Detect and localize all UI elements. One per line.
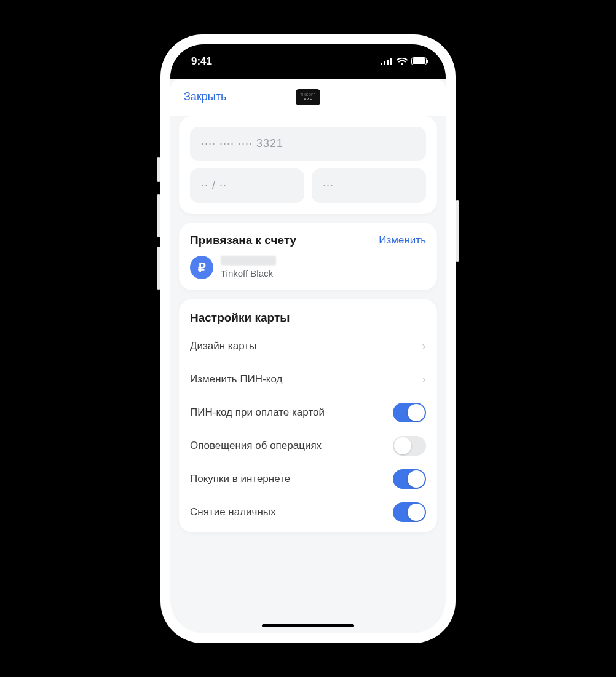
settings-row[interactable]: Оповещения об операциях [190, 429, 426, 462]
svg-rect-6 [413, 58, 425, 64]
account-product-name: Tinkoff Black [221, 268, 276, 279]
phone-frame: 9:41 Закрыть TINKOFF МИР [160, 34, 456, 643]
nav-bar: Закрыть TINKOFF МИР [170, 79, 446, 116]
side-button [157, 157, 160, 182]
card-expiry-field[interactable]: ·· / ·· [190, 168, 304, 203]
svg-rect-2 [387, 60, 389, 65]
svg-rect-7 [427, 60, 428, 63]
card-number-value: ···· ···· ···· 3321 [201, 137, 283, 150]
settings-row-label: Оповещения об операциях [190, 440, 322, 452]
chevron-right-icon: › [422, 339, 426, 353]
wifi-icon [397, 58, 408, 65]
linked-account-title: Привязана к счету [190, 234, 296, 247]
ruble-icon: ₽ [190, 256, 213, 279]
cellular-icon [381, 58, 393, 65]
toggle-knob [408, 470, 425, 488]
toggle[interactable] [393, 436, 426, 456]
notch [247, 44, 369, 66]
account-row[interactable]: ₽ Tinkoff Black [190, 256, 426, 279]
toggle[interactable] [393, 502, 426, 522]
toggle[interactable] [393, 469, 426, 489]
screen: 9:41 Закрыть TINKOFF МИР [170, 44, 446, 633]
toggle-knob [408, 504, 425, 521]
svg-point-4 [401, 63, 403, 65]
card-cvc-field[interactable]: ··· [312, 168, 426, 203]
side-button [456, 200, 459, 262]
chevron-right-icon: › [422, 372, 426, 386]
settings-row[interactable]: Дизайн карты› [190, 330, 426, 363]
card-thumbnail[interactable]: TINKOFF МИР [296, 89, 320, 105]
linked-account-block: Привязана к счету Изменить ₽ Tinkoff Bla… [179, 223, 437, 290]
side-button [157, 194, 160, 237]
svg-rect-3 [390, 58, 392, 65]
settings-row-label: Снятие наличных [190, 506, 276, 518]
toggle-knob [408, 404, 425, 421]
settings-row-label: Покупки в интернете [190, 473, 290, 485]
close-button[interactable]: Закрыть [184, 90, 226, 103]
status-time: 9:41 [191, 55, 212, 68]
settings-row-label: Дизайн карты [190, 340, 256, 352]
svg-rect-0 [381, 63, 382, 65]
toggle-knob [394, 437, 411, 454]
svg-rect-1 [384, 61, 385, 65]
change-account-button[interactable]: Изменить [379, 234, 426, 247]
card-settings-block: Настройки карты Дизайн карты›Изменить ПИ… [179, 299, 437, 532]
card-number-field[interactable]: ···· ···· ···· 3321 [190, 127, 426, 161]
card-settings-title: Настройки карты [190, 311, 426, 325]
account-balance-redacted [221, 256, 276, 266]
toggle[interactable] [393, 403, 426, 422]
settings-row[interactable]: Снятие наличных [190, 496, 426, 529]
settings-row-label: Изменить ПИН-код [190, 373, 282, 386]
card-details-block: ···· ···· ···· 3321 ·· / ·· ··· [179, 116, 437, 214]
battery-icon [411, 57, 428, 65]
home-indicator[interactable] [262, 624, 354, 627]
content: ···· ···· ···· 3321 ·· / ·· ··· Привязан… [170, 116, 446, 633]
card-thumbnail-brand: TINKOFF [301, 93, 316, 97]
card-thumbnail-scheme: МИР [304, 97, 313, 101]
card-cvc-value: ··· [323, 179, 334, 192]
settings-row-label: ПИН-код при оплате картой [190, 406, 325, 419]
settings-row[interactable]: Изменить ПИН-код› [190, 363, 426, 396]
side-button [157, 247, 160, 290]
settings-row[interactable]: ПИН-код при оплате картой [190, 396, 426, 429]
settings-row[interactable]: Покупки в интернете [190, 462, 426, 496]
card-expiry-value: ·· / ·· [201, 179, 227, 192]
